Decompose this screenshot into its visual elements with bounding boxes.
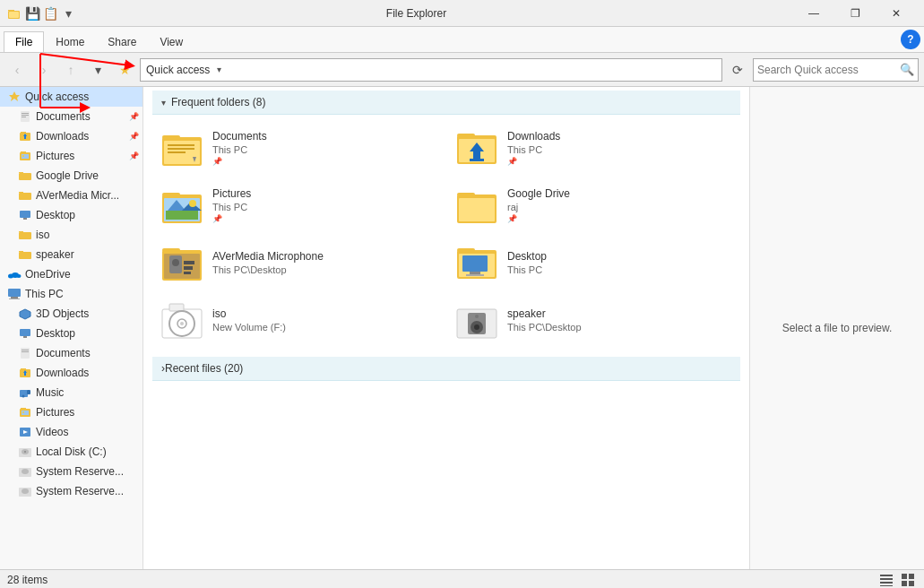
folder-path: This PC\Desktop [212,264,437,275]
svg-marker-3 [9,91,20,101]
minimize-button[interactable]: — [793,0,834,27]
folder-item-iso[interactable]: iso New Volume (F:) [152,292,445,348]
tab-view[interactable]: View [148,31,194,52]
folder-icon-documents [160,126,203,169]
forward-button[interactable]: › [32,58,56,82]
sidebar-item-label: Local Disk (C:) [36,445,139,458]
sidebar-item-label: Music [36,386,139,399]
folder-grid: Documents This PC 📌 Down [143,115,749,353]
sidebar-item-label: speaker [36,248,139,261]
sidebar-item-label: Desktop [36,209,139,221]
tab-share[interactable]: Share [96,31,148,52]
sidebar-item-downloads-pc[interactable]: Downloads [0,363,142,383]
address-bar[interactable]: Frequent folders (8) Quick access ▾ [140,58,722,82]
sidebar-item-label: Quick access [25,91,139,103]
svg-rect-60 [168,144,194,146]
sidebar-item-quick-access[interactable]: Quick access [0,87,142,107]
sidebar-item-downloads[interactable]: Downloads 📌 [0,126,142,146]
svg-rect-6 [22,115,29,116]
pin-indicator: 📌 [507,214,732,223]
svg-rect-86 [184,272,191,274]
folder-item-speaker[interactable]: speaker This PC\Desktop [447,292,740,348]
folder-info-speaker: speaker This PC\Desktop [507,307,732,333]
sidebar-item-system-reserved-1[interactable]: System Reserve... [0,462,142,481]
sidebar-item-label: iso [36,229,139,241]
search-icon[interactable]: 🔍 [900,63,914,76]
svg-rect-28 [9,275,19,277]
disk-sm-icon [18,464,32,479]
sidebar-item-label: 3D Objects [36,307,139,320]
folder-item-avermedia[interactable]: AVerMedia Microphone This PC\Desktop [152,235,445,290]
up-button[interactable]: ↑ [59,58,82,82]
sidebar-item-local-disk[interactable]: Local Disk (C:) [0,442,142,462]
address-current: Quick access [146,64,210,76]
folder-info-iso: iso New Volume (F:) [212,307,437,333]
back-button[interactable]: ‹ [5,58,29,82]
sidebar-item-music[interactable]: Music [0,383,142,402]
sidebar-item-label: Desktop [36,327,139,340]
folder-path: New Volume (F:) [212,322,437,333]
quick-access-icon [7,90,22,104]
folder-item-documents[interactable]: Documents This PC 📌 [152,120,445,176]
folder-path: This PC\Desktop [507,322,732,333]
view-details-button[interactable] [877,571,895,589]
sidebar-item-system-reserved-2[interactable]: System Reserve... [0,481,142,501]
sidebar-item-desktop-pc[interactable]: Desktop [0,324,142,343]
recent-files-header[interactable]: › Recent files (20) [152,357,740,381]
desktop-icon [18,208,32,222]
sidebar-item-pictures[interactable]: Pictures 📌 [0,146,142,166]
documents-icon [18,346,32,360]
svg-rect-7 [22,117,26,117]
svg-rect-107 [902,574,907,579]
tab-file[interactable]: File [4,31,44,52]
folder-info-desktop: Desktop This PC [507,250,732,275]
sidebar-item-pictures-pc[interactable]: Pictures [0,402,142,422]
sidebar-item-google-drive[interactable]: Google Drive [0,166,142,186]
status-bar: 28 items [0,569,924,588]
svg-rect-23 [19,251,23,252]
sidebar-item-label: Downloads [36,367,139,379]
sidebar: Quick access Documents 📌 Downloads 📌 [0,87,143,569]
svg-rect-15 [19,172,23,173]
folder-path: raj [507,202,732,212]
sidebar-item-documents[interactable]: Documents 📌 [0,107,142,126]
svg-rect-11 [21,151,26,152]
folder-item-google-drive[interactable]: Google Drive raj 📌 [447,177,740,233]
view-tiles-button[interactable] [899,571,917,589]
sidebar-item-avermedia[interactable]: AVerMedia Micr... [0,186,142,205]
pictures-icon [18,405,32,419]
sidebar-item-iso[interactable]: iso [0,225,142,245]
search-box[interactable]: 🔍 [753,58,919,82]
address-dropdown-arrow[interactable]: ▾ [210,65,228,74]
folder-item-downloads[interactable]: Downloads This PC 📌 [447,120,740,176]
help-button[interactable]: ? [901,30,920,49]
sidebar-item-videos[interactable]: Videos [0,422,142,442]
svg-point-102 [475,315,479,318]
sidebar-item-label: Videos [36,426,139,438]
sidebar-item-documents-pc[interactable]: Documents [0,343,142,363]
ribbon-tabs: File Home Share View ? [0,27,924,52]
sidebar-item-3d-objects[interactable]: 3D Objects [0,304,142,324]
frequent-folders-header[interactable]: ▾ Frequent folders (8) [152,91,740,115]
tab-home[interactable]: Home [44,31,96,52]
folder-item-desktop[interactable]: Desktop This PC [447,235,740,290]
refresh-button[interactable]: ⟳ [726,58,749,82]
recent-locations-button[interactable]: ▾ [86,58,109,82]
sidebar-item-speaker[interactable]: speaker [0,245,142,264]
folder-info-avermedia: AVerMedia Microphone This PC\Desktop [212,250,437,275]
folder-name: AVerMedia Microphone [212,250,437,263]
svg-rect-105 [880,582,893,584]
maximize-button[interactable]: ❐ [834,0,876,27]
search-input[interactable] [757,64,896,76]
svg-rect-16 [19,173,31,180]
sidebar-item-onedrive[interactable]: OneDrive [0,264,142,284]
folder-item-pictures[interactable]: Pictures This PC 📌 [152,177,445,233]
folder-name: Documents [212,130,437,143]
close-button[interactable]: ✕ [876,0,917,27]
folder-icon-avermedia [160,241,203,284]
svg-rect-22 [19,232,31,239]
sidebar-item-this-pc[interactable]: This PC [0,284,142,304]
save-icon: 💾 [25,6,39,21]
svg-rect-103 [880,575,893,576]
sidebar-item-desktop[interactable]: Desktop [0,205,142,225]
